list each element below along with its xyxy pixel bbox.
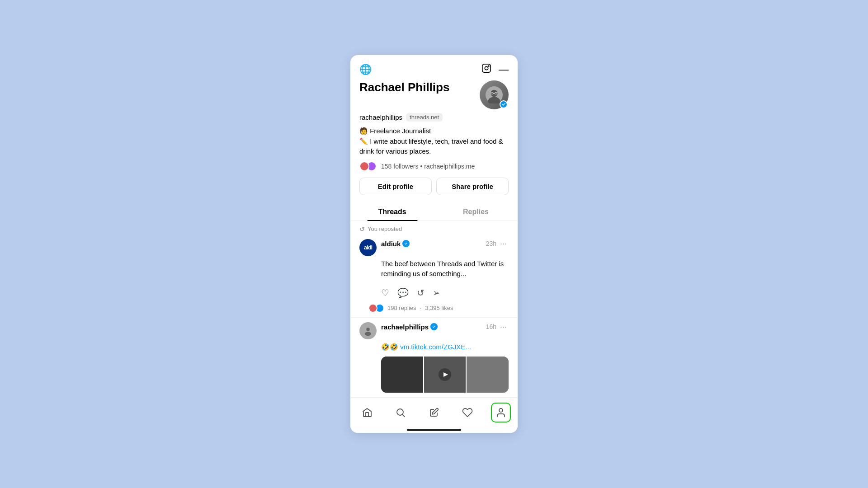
post-actions-1: ♡ 💬 ↺ ➢ bbox=[359, 284, 509, 302]
post-replies-1: 198 replies bbox=[387, 305, 416, 311]
tab-threads[interactable]: Threads bbox=[350, 202, 434, 221]
post-time-1: 23h bbox=[486, 240, 496, 247]
media-grid bbox=[381, 357, 509, 393]
share-action-icon-1[interactable]: ➢ bbox=[433, 287, 440, 298]
repost-text: You reposted bbox=[368, 225, 402, 232]
nav-profile[interactable] bbox=[491, 403, 511, 422]
nav-home[interactable] bbox=[357, 403, 377, 422]
post-author-2: rachaelphillips bbox=[381, 323, 429, 331]
followers-text[interactable]: 158 followers • rachaelphillips.me bbox=[381, 163, 475, 170]
post-likes-1: 3,395 likes bbox=[425, 305, 453, 311]
svg-point-2 bbox=[488, 66, 489, 66]
post-author-1: aldiuk bbox=[381, 240, 401, 248]
post-item-1: aldi aldiuk 23h ··· The beef between Thr… bbox=[350, 235, 518, 318]
profile-name-block: Rachael Phillips bbox=[359, 80, 449, 94]
bio-section: 🧑 Freelance Journalist ✏️ I write about … bbox=[359, 126, 509, 157]
phone-container: 🌐 — Rachael Phillips bbox=[350, 55, 518, 433]
globe-icon[interactable]: 🌐 bbox=[359, 64, 372, 75]
post-author-row-1: aldiuk 23h ··· bbox=[381, 239, 509, 249]
buttons-row: Edit profile Share profile bbox=[359, 178, 509, 195]
top-bar-icons: — bbox=[481, 63, 509, 76]
avatar-wrap bbox=[480, 80, 509, 109]
home-indicator bbox=[350, 426, 518, 433]
post-content-2: 🤣🤣 vm.tiktok.com/ZGJXE... bbox=[381, 342, 509, 352]
post-avatar-2 bbox=[359, 322, 377, 339]
tabs-row: Threads Replies bbox=[350, 202, 518, 221]
bio-line-1: 🧑 Freelance Journalist bbox=[359, 126, 509, 136]
post-item-2: rachaelphillips 16h ··· 🤣🤣 vm.tiktok.com… bbox=[350, 318, 518, 398]
media-cell-3 bbox=[467, 357, 509, 393]
comment-icon-1[interactable]: 💬 bbox=[397, 287, 409, 298]
post-time-2: 16h bbox=[486, 323, 496, 330]
followers-row: 158 followers • rachaelphillips.me bbox=[359, 161, 509, 171]
profile-name: Rachael Phillips bbox=[359, 80, 449, 94]
media-cell-1 bbox=[381, 357, 424, 393]
svg-line-15 bbox=[403, 415, 405, 417]
bio-line-2: ✏️ I write about lifestyle, tech, travel… bbox=[359, 136, 509, 157]
repost-action-icon-1[interactable]: ↺ bbox=[417, 287, 425, 298]
svg-point-16 bbox=[499, 408, 503, 412]
platform-badge: threads.net bbox=[406, 113, 443, 122]
post-content-1: The beef between Threads and Twitter is … bbox=[381, 259, 509, 279]
post-more-1[interactable]: ··· bbox=[498, 239, 509, 249]
post-more-2[interactable]: ··· bbox=[498, 322, 509, 332]
post-avatar-1: aldi bbox=[359, 239, 377, 256]
nav-compose[interactable] bbox=[424, 403, 444, 422]
svg-rect-0 bbox=[482, 64, 491, 72]
username: rachaelphillips bbox=[359, 113, 402, 121]
tab-replies[interactable]: Replies bbox=[434, 202, 518, 221]
media-preview-2 bbox=[381, 357, 509, 393]
stat-avatar-a bbox=[368, 304, 377, 313]
follower-avatar-1 bbox=[359, 161, 369, 171]
stat-avatars-1 bbox=[368, 304, 382, 313]
post-meta-2: rachaelphillips 16h ··· bbox=[381, 322, 509, 332]
svg-point-11 bbox=[365, 332, 371, 336]
post-stats-1: 198 replies · 3,395 likes bbox=[359, 302, 509, 317]
post-header-2: rachaelphillips 16h ··· bbox=[359, 322, 509, 339]
svg-point-1 bbox=[485, 66, 488, 70]
feed: ↺ You reposted aldi aldiuk 23h ··· bbox=[350, 221, 518, 398]
edit-profile-button[interactable]: Edit profile bbox=[359, 178, 432, 195]
post-verified-1 bbox=[402, 240, 410, 247]
like-icon-1[interactable]: ♡ bbox=[381, 287, 389, 298]
profile-section: Rachael Phillips bbox=[350, 80, 518, 202]
nav-activity[interactable] bbox=[458, 403, 477, 422]
bottom-nav bbox=[350, 398, 518, 426]
home-bar bbox=[407, 429, 461, 431]
username-row: rachaelphillips threads.net bbox=[359, 113, 509, 122]
repost-icon: ↺ bbox=[359, 225, 365, 233]
profile-header: Rachael Phillips bbox=[359, 80, 509, 109]
profile-verified-badge bbox=[500, 100, 508, 108]
instagram-icon[interactable] bbox=[481, 63, 491, 76]
post-verified-2 bbox=[430, 323, 438, 330]
share-profile-button[interactable]: Share profile bbox=[436, 178, 509, 195]
post-link-2[interactable]: vm.tiktok.com/ZGJXE... bbox=[400, 343, 471, 351]
top-bar: 🌐 — bbox=[350, 55, 518, 80]
nav-search[interactable] bbox=[391, 403, 410, 422]
repost-label: ↺ You reposted bbox=[350, 221, 518, 235]
post-sep-1: · bbox=[420, 305, 422, 311]
post-author-row-2: rachaelphillips 16h ··· bbox=[381, 322, 509, 332]
svg-point-10 bbox=[366, 328, 370, 331]
post-meta-1: aldiuk 23h ··· bbox=[381, 239, 509, 249]
post-header-1: aldi aldiuk 23h ··· bbox=[359, 239, 509, 256]
media-cell-2 bbox=[424, 357, 467, 393]
menu-icon[interactable]: — bbox=[499, 65, 509, 75]
follower-avatars bbox=[359, 161, 374, 171]
